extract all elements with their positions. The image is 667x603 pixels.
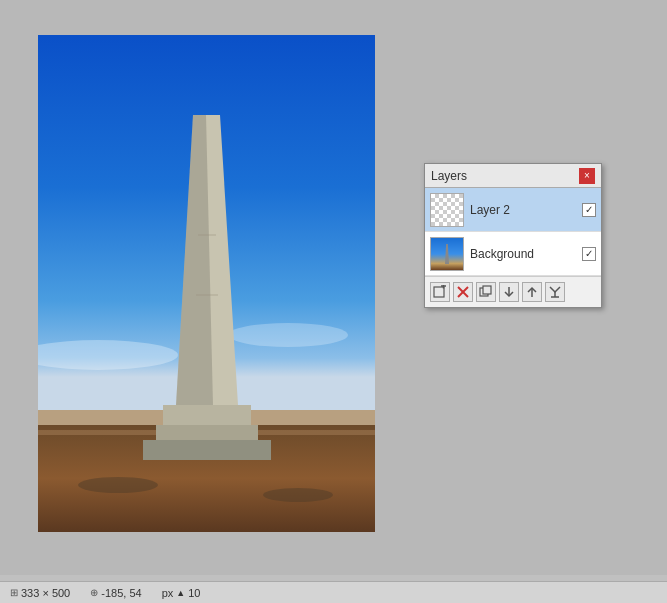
coordinates-item: ⊕ -185, 54 [90,587,141,599]
move-up-button[interactable] [522,282,542,302]
dimensions-item: ⊞ 333 × 500 [10,587,70,599]
layers-toolbar [425,277,601,307]
status-bar: ⊞ 333 × 500 ⊕ -185, 54 px ▲ 10 [0,581,667,603]
layer2-name: Layer 2 [470,203,582,217]
new-layer-button[interactable] [430,282,450,302]
unit-arrow-icon: ▲ [176,588,185,598]
merge-layers-button[interactable] [545,282,565,302]
obelisk-svg [38,35,375,532]
background-layer-name: Background [470,247,582,261]
background-thumbnail [430,237,464,271]
coordinates-icon: ⊕ [90,587,98,598]
svg-rect-12 [143,440,271,460]
layer-item-background[interactable]: Background ✓ [425,232,601,276]
svg-point-6 [263,488,333,502]
layer-item-layer2[interactable]: Layer 2 ✓ [425,188,601,232]
image-dimensions: 333 × 500 [21,587,70,599]
duplicate-layer-button[interactable] [476,282,496,302]
svg-rect-15 [434,287,444,297]
checkerboard-pattern [431,194,463,226]
bg-thumbnail-obelisk [445,244,449,264]
layers-title-bar: Layers × [425,164,601,188]
layers-panel-title: Layers [431,169,467,183]
layer2-thumbnail [430,193,464,227]
unit-item: px ▲ 10 [162,587,201,599]
unit-label: px [162,587,174,599]
background-visibility[interactable]: ✓ [582,247,596,261]
delete-layer-button[interactable] [453,282,473,302]
svg-point-5 [78,477,158,493]
layers-panel: Layers × Layer 2 ✓ Background ✓ [424,163,602,308]
dimensions-icon: ⊞ [10,587,18,598]
layers-close-button[interactable]: × [579,168,595,184]
unit-number: 10 [188,587,200,599]
bg-thumbnail-image [431,238,463,270]
svg-point-2 [228,323,348,347]
cursor-coordinates: -185, 54 [101,587,141,599]
main-image [38,35,375,532]
layers-list: Layer 2 ✓ Background ✓ [425,188,601,277]
move-down-button[interactable] [499,282,519,302]
svg-rect-11 [156,425,258,440]
svg-rect-21 [483,286,491,294]
layer2-visibility[interactable]: ✓ [582,203,596,217]
